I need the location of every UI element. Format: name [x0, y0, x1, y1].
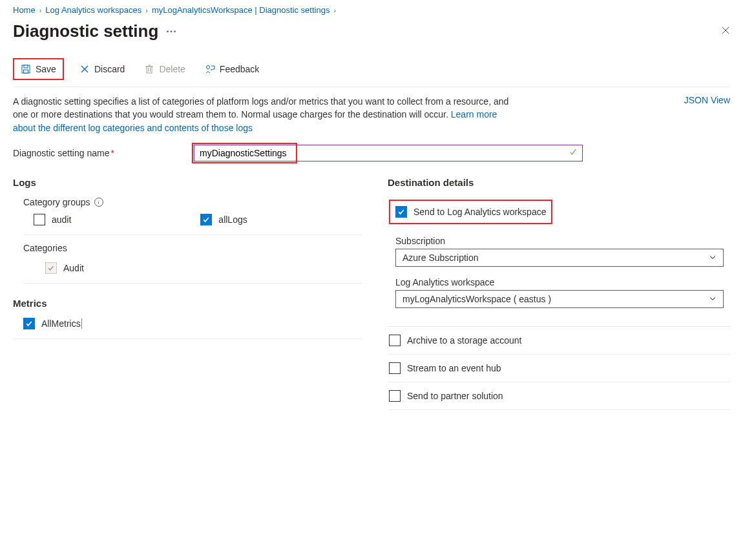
dest-law-item: Send to Log Analytics workspace Subscrip… [388, 197, 730, 327]
json-view-link[interactable]: JSON View [684, 95, 730, 105]
chevron-down-icon [709, 253, 717, 263]
page-title-text: Diagnostic setting [13, 21, 158, 41]
all-logs-checkbox[interactable]: allLogs [200, 214, 247, 225]
categories-label: Categories [23, 243, 362, 253]
feedback-button[interactable]: Feedback [201, 61, 263, 77]
all-logs-label: allLogs [218, 214, 247, 225]
stream-label: Stream to an event hub [407, 363, 501, 373]
send-law-checkbox[interactable]: Send to Log Analytics workspace [395, 206, 546, 218]
audit-label: audit [52, 214, 71, 225]
subscription-select[interactable]: Azure Subscription [395, 249, 724, 267]
breadcrumb-current[interactable]: myLogAnalyticsWorkspace | Diagnostic set… [152, 5, 330, 15]
subscription-label: Subscription [395, 236, 729, 246]
chevron-right-icon: › [145, 6, 148, 14]
dest-archive-item: Archive to a storage account [388, 327, 730, 355]
all-metrics-label: AllMetrics [41, 318, 82, 329]
chevron-right-icon: › [333, 6, 336, 14]
save-highlight: Save [13, 58, 64, 80]
dest-partner-item: Send to partner solution [388, 382, 730, 410]
toolbar: Save Discard Delete Feedback [13, 58, 730, 87]
audit-checkbox[interactable]: audit [34, 214, 71, 225]
svg-rect-4 [24, 70, 28, 73]
subscription-value: Azure Subscription [403, 253, 479, 263]
category-groups-label: Category groups i [23, 197, 362, 207]
chevron-right-icon: › [39, 6, 42, 14]
stream-checkbox[interactable]: Stream to an event hub [389, 362, 729, 374]
dest-highlight: Send to Log Analytics workspace [389, 200, 552, 224]
svg-rect-7 [147, 67, 152, 73]
checkbox-disabled-icon [45, 262, 57, 274]
archive-label: Archive to a storage account [407, 335, 521, 346]
more-icon[interactable]: ··· [166, 26, 176, 37]
metrics-heading: Metrics [13, 298, 362, 309]
breadcrumb: Home › Log Analytics workspaces › myLogA… [13, 5, 730, 15]
destination-heading: Destination details [388, 177, 730, 188]
feedback-label: Feedback [220, 64, 259, 74]
dest-stream-item: Stream to an event hub [388, 355, 730, 382]
checkbox-checked-icon [23, 318, 35, 329]
law-value: myLogAnalyticsWorkspace ( eastus ) [403, 294, 551, 304]
all-metrics-checkbox[interactable]: AllMetrics [23, 318, 362, 329]
checkbox-checked-icon [395, 206, 407, 218]
info-icon[interactable]: i [94, 198, 103, 207]
description-body: A diagnostic setting specifies a list of… [13, 96, 508, 119]
send-law-label: Send to Log Analytics workspace [413, 207, 546, 217]
audit-category-label: Audit [63, 263, 84, 273]
svg-rect-3 [24, 65, 28, 68]
checkbox-unchecked-icon [389, 362, 401, 374]
logs-heading: Logs [13, 177, 362, 188]
delete-label: Delete [159, 64, 185, 74]
check-icon [569, 147, 578, 158]
delete-button: Delete [140, 61, 189, 77]
setting-name-input[interactable] [194, 145, 583, 161]
checkbox-unchecked-icon [389, 390, 401, 402]
checkbox-checked-icon [200, 214, 212, 225]
checkbox-unchecked-icon [34, 214, 45, 225]
breadcrumb-home[interactable]: Home [13, 5, 36, 15]
chevron-down-icon [709, 294, 717, 304]
svg-point-12 [206, 66, 209, 69]
partner-checkbox[interactable]: Send to partner solution [389, 390, 729, 402]
setting-name-label: Diagnostic setting name* [13, 148, 194, 158]
page-title: Diagnostic setting ··· [13, 21, 177, 41]
save-label: Save [36, 64, 56, 74]
discard-label: Discard [94, 64, 125, 74]
archive-checkbox[interactable]: Archive to a storage account [389, 335, 729, 346]
description-text: A diagnostic setting specifies a list of… [13, 95, 510, 134]
breadcrumb-workspaces[interactable]: Log Analytics workspaces [45, 5, 141, 15]
law-select[interactable]: myLogAnalyticsWorkspace ( eastus ) [395, 290, 724, 308]
close-button[interactable] [721, 26, 730, 37]
audit-category-checkbox: Audit [45, 262, 340, 274]
partner-label: Send to partner solution [407, 391, 503, 401]
checkbox-unchecked-icon [389, 335, 401, 346]
save-button[interactable]: Save [17, 61, 60, 77]
discard-button[interactable]: Discard [76, 61, 129, 77]
law-label: Log Analytics workspace [395, 277, 729, 287]
